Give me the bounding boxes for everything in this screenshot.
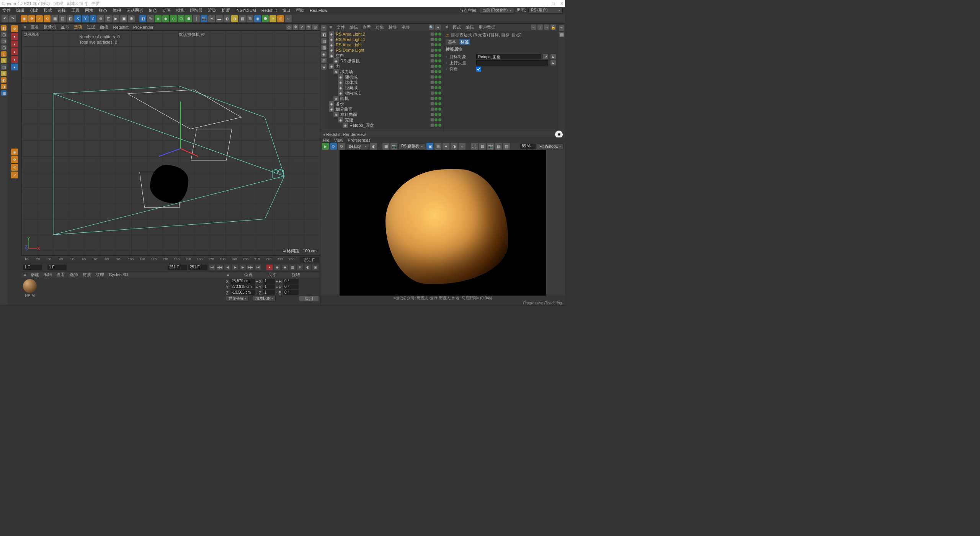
tool-icon[interactable]: P (297, 265, 303, 270)
frame-range-input[interactable]: 251 F (188, 265, 207, 270)
cube-icon[interactable]: ◧ (139, 15, 146, 22)
object-row[interactable]: ◈径向域.1 (327, 90, 443, 96)
size-input[interactable]: 1 (263, 290, 275, 295)
object-row[interactable]: ◈布料曲面 (327, 112, 443, 117)
layer-toggle[interactable] (431, 59, 434, 62)
layer-toggle[interactable] (431, 54, 434, 57)
layer-toggle[interactable] (431, 118, 434, 121)
menu-mograph[interactable]: 运动图形 (126, 8, 143, 13)
nav-back-icon[interactable]: ← (531, 25, 536, 30)
rv-tool-icon[interactable]: ○ (459, 143, 466, 150)
coord-icon[interactable]: ◳ (105, 15, 112, 22)
layer-toggle[interactable] (431, 102, 434, 105)
tool-icon[interactable]: ● (11, 56, 18, 63)
layer-toggle[interactable] (431, 70, 434, 73)
rv-ipr-icon[interactable]: ⟳ (330, 143, 337, 150)
visibility-toggle[interactable] (434, 38, 438, 41)
vp-menu-filter[interactable]: 过滤 (87, 24, 95, 30)
scale-icon[interactable]: ⤢ (11, 172, 18, 178)
visibility-toggle[interactable] (434, 102, 438, 105)
play-icon[interactable]: ▶ (232, 265, 238, 270)
layout-select[interactable]: RS (用户) (528, 8, 563, 13)
attr-tab-mode[interactable]: 模式 (452, 25, 461, 30)
rot-input[interactable]: 0 ° (283, 279, 299, 284)
object-row[interactable]: ◈RS Area Light.2 (327, 31, 443, 37)
menu-spline[interactable]: 样条 (99, 8, 107, 13)
visibility-toggle[interactable] (434, 86, 438, 89)
pitch-checkbox[interactable] (476, 67, 481, 72)
object-row[interactable]: ◈球体域 (327, 80, 443, 85)
menu-select[interactable]: 选择 (57, 8, 66, 13)
render-toggle[interactable] (438, 65, 441, 68)
render-toggle[interactable] (438, 92, 441, 95)
nav-up-icon[interactable]: ↑ (537, 25, 543, 30)
vp-menu-options[interactable]: 选项 (74, 24, 82, 30)
tool-icon[interactable]: | (193, 15, 200, 22)
visibility-toggle[interactable] (434, 124, 438, 127)
object-row[interactable]: ◈备份 (327, 101, 443, 106)
layer-toggle[interactable] (431, 33, 434, 36)
mode-icon[interactable]: S (1, 71, 7, 76)
menu-animate[interactable]: 动画 (162, 8, 171, 13)
object-row[interactable]: ◈径向域 (327, 85, 443, 90)
menu-window[interactable]: 窗口 (282, 8, 291, 13)
layer-toggle[interactable] (431, 97, 434, 100)
attr-tab-userdata[interactable]: 用户数据 (479, 25, 495, 30)
menu-mesh[interactable]: 网格 (85, 8, 93, 13)
rv-tool-icon[interactable]: ⛶ (471, 143, 478, 150)
vp-menu-redshift[interactable]: Redshift (113, 25, 128, 29)
menu-extensions[interactable]: 扩展 (222, 8, 230, 13)
floor-icon[interactable]: ▬ (216, 15, 223, 22)
render-toggle[interactable] (438, 124, 441, 127)
field-icon[interactable]: ◇ (170, 15, 177, 22)
pos-input[interactable]: 25.579 cm (230, 279, 255, 284)
window-minimize[interactable]: — (542, 1, 547, 6)
up-vector-input[interactable] (476, 60, 548, 65)
menu-mode[interactable]: 模式 (44, 8, 52, 13)
visibility-toggle[interactable] (434, 65, 438, 68)
vp-menu-panel[interactable]: 面板 (100, 24, 108, 30)
menu-character[interactable]: 角色 (149, 8, 157, 13)
layer-toggle[interactable] (431, 113, 434, 116)
menu-tools[interactable]: 工具 (71, 8, 80, 13)
render-toggle[interactable] (438, 70, 441, 73)
lock-icon[interactable]: 🔒 (550, 25, 556, 30)
window-maximize[interactable]: □ (552, 1, 555, 6)
tool-icon[interactable]: ▥ (59, 15, 66, 22)
generator-icon[interactable]: ◆ (162, 15, 169, 22)
mode-icon[interactable]: ◧ (1, 25, 7, 31)
vp-nav-icon[interactable]: ⟲ (306, 25, 311, 30)
move-icon[interactable]: ✥ (11, 156, 18, 163)
visibility-toggle[interactable] (434, 59, 438, 62)
tool-icon[interactable]: ☀ (270, 15, 276, 22)
axis-z-icon[interactable]: Z (90, 15, 96, 22)
render-toggle[interactable] (438, 43, 441, 46)
visibility-toggle[interactable] (434, 97, 438, 100)
visibility-toggle[interactable] (434, 49, 438, 52)
visibility-toggle[interactable] (434, 92, 438, 95)
coord-icon[interactable]: ⊕ (97, 15, 104, 22)
strip-icon[interactable]: ≡ (559, 25, 564, 31)
object-row[interactable]: ◈随机 (327, 96, 443, 101)
visibility-toggle[interactable] (434, 118, 438, 121)
mode-icon[interactable]: S (1, 58, 7, 63)
picker-icon[interactable]: ↗ (543, 54, 548, 59)
select-icon[interactable]: ◉ (11, 149, 18, 155)
frame-start-input[interactable]: 1 F (23, 265, 42, 270)
rot-input[interactable]: 0 ° (283, 284, 299, 289)
goto-start-icon[interactable]: ⏮ (209, 265, 215, 270)
layer-toggle[interactable] (431, 38, 434, 41)
obj-tab-view[interactable]: 查看 (363, 25, 371, 30)
key-icon[interactable]: ▦ (289, 265, 296, 270)
mode-icon[interactable]: ▢ (1, 38, 7, 44)
mode-icon[interactable]: ◑ (1, 84, 7, 89)
render-toggle[interactable] (438, 81, 441, 84)
window-close[interactable]: ✕ (560, 1, 564, 6)
undo-icon[interactable]: ↶ (2, 15, 8, 22)
timeline-ruler[interactable]: 1020304050607080901001101201301401501601… (21, 256, 320, 263)
vp-nav-icon[interactable]: ⤢ (299, 25, 305, 30)
sphere-red-icon[interactable]: ● (11, 33, 18, 40)
rv-camera-icon[interactable]: 📷 (390, 143, 397, 150)
layer-toggle[interactable] (431, 75, 434, 78)
menu-help[interactable]: 帮助 (296, 8, 304, 13)
